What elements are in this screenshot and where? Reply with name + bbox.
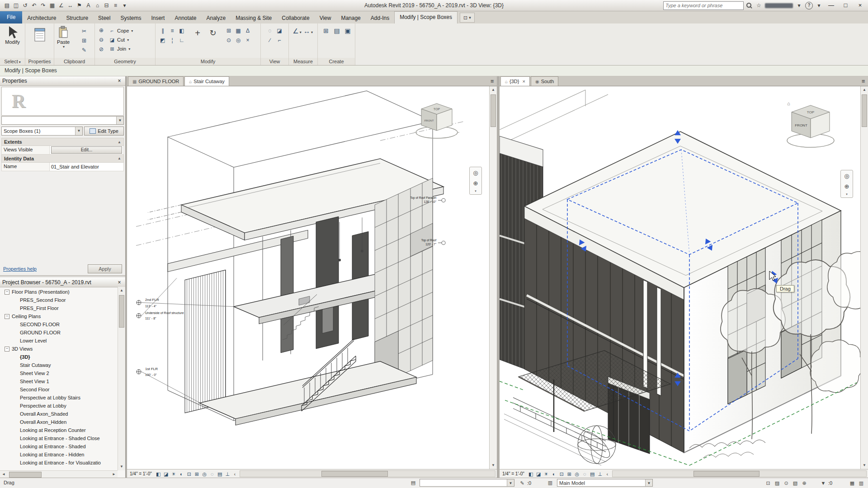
thin-lines-icon[interactable]: ≡ xyxy=(111,1,120,10)
scroll-down-icon[interactable]: ▼ xyxy=(490,462,497,469)
apply-button[interactable]: Apply xyxy=(88,264,122,273)
signed-in-user[interactable] xyxy=(765,3,793,8)
tab-stair-cutaway[interactable]: ⌂ Stair Cutaway xyxy=(184,76,229,86)
scrollbar-thumb[interactable] xyxy=(862,94,867,127)
text-icon[interactable]: A xyxy=(84,1,93,10)
help-icon[interactable]: ? xyxy=(805,2,813,9)
ribbon-tab[interactable]: Insert xyxy=(146,13,170,23)
window-menu-icon[interactable]: ≣ xyxy=(488,79,497,84)
tree-item[interactable]: Looking at Entrance - for Visualizatio xyxy=(0,459,118,467)
ribbon-tab[interactable]: Add-Ins xyxy=(366,13,394,23)
scroll-right-icon[interactable]: ► xyxy=(110,471,118,478)
tab-3d[interactable]: ⌂ {3D} × xyxy=(500,76,530,86)
ribbon-state-toggle[interactable]: ⊡▾ xyxy=(460,13,475,23)
viewcube[interactable]: ⌂ TOP FRONT xyxy=(783,99,847,152)
ribbon-tab[interactable]: Annotate xyxy=(170,13,201,23)
navbar-caret-icon[interactable]: ▾ xyxy=(846,192,848,196)
section-identity-data[interactable]: Identity Data ▲ xyxy=(1,155,124,163)
sync-with-central-icon[interactable]: ↺ xyxy=(21,1,29,10)
editing-requests[interactable]: ✎ :0 xyxy=(518,479,531,487)
steering-wheel-icon[interactable]: ◎ xyxy=(842,172,851,181)
shadows-icon[interactable]: ◐ xyxy=(178,470,185,478)
tree-item[interactable]: Sheet View 1 xyxy=(0,377,118,385)
aligned-dimension-icon[interactable]: ↔ xyxy=(66,1,75,10)
properties-help-link[interactable]: Properties help xyxy=(3,266,37,272)
save-icon[interactable]: ◫ xyxy=(12,1,20,10)
dimension-icon[interactable]: ↔ xyxy=(303,27,312,35)
background-processes-icon[interactable]: ▦ xyxy=(848,479,856,487)
chevron-down-icon[interactable]: ▼ xyxy=(116,117,123,124)
create-group-icon[interactable]: ▣ xyxy=(343,27,352,35)
expand-collapse-icon[interactable]: − xyxy=(5,347,9,352)
ribbon-tab[interactable]: Manage xyxy=(336,13,365,23)
collapse-icon[interactable]: ▲ xyxy=(118,140,121,144)
tree-item[interactable]: Perspective at Lobby xyxy=(0,402,118,410)
worksets-select[interactable]: ▼ xyxy=(420,479,514,487)
ribbon-tab[interactable]: View xyxy=(315,13,336,23)
scrollbar-thumb[interactable] xyxy=(119,295,124,328)
hide-elements-icon[interactable]: ◌ xyxy=(265,27,274,35)
select-pinned-icon[interactable]: ⊙ xyxy=(782,479,790,487)
visual-style-icon[interactable]: ◪ xyxy=(162,470,170,478)
view-horizontal-scrollbar[interactable] xyxy=(240,470,495,477)
align-icon[interactable]: ∥ xyxy=(158,27,167,35)
crop-view-icon[interactable]: ⊡ xyxy=(558,470,566,478)
scroll-up-icon[interactable]: ▲ xyxy=(118,287,125,294)
linework-icon[interactable]: ∕ xyxy=(265,36,274,45)
edit-type-button[interactable]: Edit Type xyxy=(84,127,124,136)
ribbon-tab[interactable]: Massing & Site xyxy=(231,13,277,23)
reveal-hidden-icon[interactable]: ◌ xyxy=(581,470,589,478)
detail-level-icon[interactable]: ◧ xyxy=(527,470,535,478)
scrollbar-thumb[interactable] xyxy=(491,94,496,127)
unjoin-icon[interactable]: ⊘ xyxy=(97,45,106,54)
tree-item[interactable]: GROUND FLOOR xyxy=(0,328,118,337)
section-extents[interactable]: Extents ▲ xyxy=(1,138,124,146)
chevron-down-icon[interactable]: ▼ xyxy=(645,479,652,486)
customize-qat-icon[interactable]: ▾ xyxy=(120,1,129,10)
status-info-icon[interactable]: ▥ xyxy=(857,479,865,487)
override-graphics-icon[interactable]: ◪ xyxy=(275,27,284,35)
chevron-down-icon[interactable]: ▼ xyxy=(507,479,514,486)
close-icon[interactable]: × xyxy=(116,279,123,286)
tree-item[interactable]: Overall Axon_Hidden xyxy=(0,418,118,426)
ribbon-tab[interactable]: Structure xyxy=(61,13,93,23)
favorites-icon[interactable]: ☆ xyxy=(755,2,763,9)
measure-icon[interactable]: ∠ xyxy=(57,1,66,10)
shadows-icon[interactable]: ◐ xyxy=(550,470,558,478)
scrollbar-thumb[interactable] xyxy=(9,472,42,478)
infocenter-expand-icon[interactable]: ▾ xyxy=(815,2,823,9)
default-3d-view-icon[interactable]: ⌂ xyxy=(93,1,102,10)
view-scale-button[interactable]: 1/4" = 1'-0" xyxy=(500,470,527,478)
cut-geometry-button[interactable]: ◪ Cut xyxy=(108,35,133,44)
browser-vertical-scrollbar[interactable]: ▲ ▼ xyxy=(118,287,125,470)
scale-icon[interactable]: Δ xyxy=(243,27,252,35)
tree-item[interactable]: Looking at Entrance - Hidden xyxy=(0,450,118,459)
ribbon-tab[interactable]: Modify | Scope Boxes xyxy=(394,11,458,23)
reveal-hidden-icon[interactable]: ◌ xyxy=(208,470,216,478)
browser-horizontal-scrollbar[interactable]: ◄ ► xyxy=(0,470,118,478)
worksets-icon[interactable]: ▤ xyxy=(409,479,417,486)
tree-item[interactable]: Looking at Entrance - Shaded Close xyxy=(0,434,118,442)
properties-panel-label[interactable]: Properties xyxy=(25,58,54,65)
sun-path-icon[interactable]: ☀ xyxy=(542,470,550,478)
ribbon-tab[interactable]: Systems xyxy=(115,13,146,23)
tree-item[interactable]: Perspective at Lobby Stairs xyxy=(0,394,118,402)
copy-icon[interactable]: ⊞ xyxy=(224,27,233,35)
name-value-field[interactable]: 01_Stair and Elevator xyxy=(50,163,123,171)
type-selector[interactable]: ▼ xyxy=(1,116,124,125)
design-options-select[interactable]: Main Model ▼ xyxy=(557,479,653,487)
view-scale-button[interactable]: 1/4" = 1'-0" xyxy=(127,470,155,478)
join-geometry-button[interactable]: ⊞ Join xyxy=(108,44,133,53)
wall-joins-icon[interactable]: ⊕ xyxy=(97,26,106,35)
copy-to-clipboard-icon[interactable]: ⊞ xyxy=(80,37,89,45)
print-icon[interactable]: ▦ xyxy=(48,1,57,10)
collapse-icon[interactable]: ▲ xyxy=(118,156,121,160)
temporary-hide-isolate-icon[interactable]: ◎ xyxy=(573,470,581,478)
reveal-constraints-icon[interactable]: ⊥ xyxy=(596,470,604,478)
tree-item[interactable]: Looking at Entrance - Shaded xyxy=(0,442,118,450)
temporary-view-properties-icon[interactable]: ▤ xyxy=(589,470,596,478)
temporary-view-properties-icon[interactable]: ▤ xyxy=(216,470,224,478)
modify-button[interactable]: Modify xyxy=(0,26,25,45)
scroll-left-icon[interactable]: ‹ xyxy=(231,471,238,477)
temporary-hide-isolate-icon[interactable]: ◎ xyxy=(201,470,208,478)
